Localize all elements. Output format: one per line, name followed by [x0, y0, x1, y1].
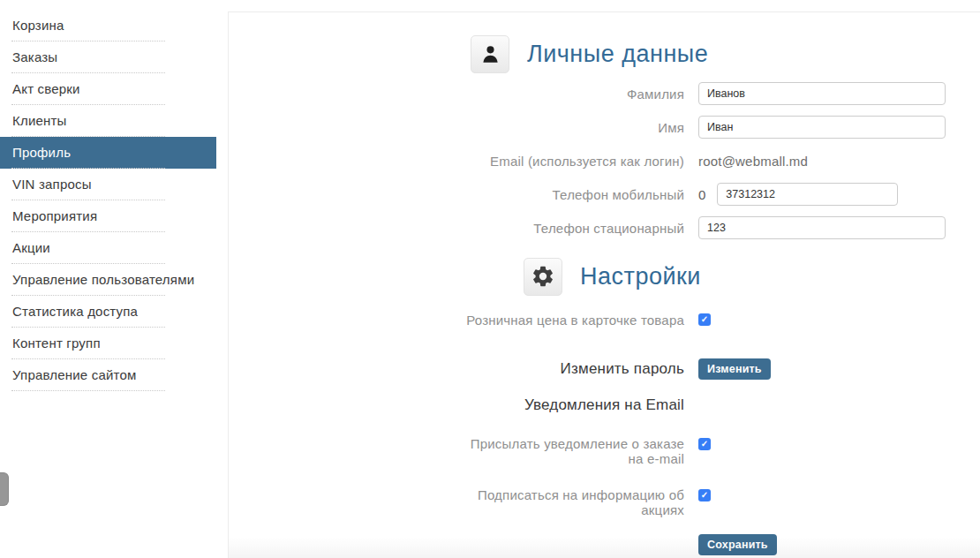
left-edge-handle[interactable]: [0, 472, 9, 506]
email-row: Email (используется как логин) root@webm…: [229, 149, 980, 172]
mobile-phone-row: Телефон мобильный 0: [229, 183, 980, 206]
mobile-phone-input[interactable]: [717, 183, 898, 206]
sidebar-item-label: Профиль: [12, 145, 71, 160]
settings-section: Настройки Розничная цена в карточке това…: [229, 257, 980, 556]
sidebar-item-label: Акт сверки: [12, 81, 80, 96]
email-value: root@webmall.md: [698, 154, 808, 169]
mobile-phone-prefix: 0: [698, 187, 705, 202]
first-name-label: Имя: [229, 120, 698, 135]
sidebar-menu: Корзина Заказы Акт сверки Клиенты Профил…: [0, 0, 228, 391]
email-notifications-heading-row: Уведомления на Email: [229, 394, 980, 417]
sidebar-item-label: Контент групп: [12, 336, 101, 351]
sidebar-item[interactable]: VIN запросы: [0, 169, 216, 200]
change-password-button[interactable]: Изменить: [698, 358, 771, 380]
sidebar-item[interactable]: Акции: [0, 232, 216, 264]
save-button[interactable]: Сохранить: [698, 534, 777, 555]
last-name-row: Фамилия: [229, 82, 980, 105]
sidebar-item-label: Управление сайтом: [12, 367, 137, 382]
sidebar-item[interactable]: Заказы: [0, 41, 216, 73]
first-name-input[interactable]: [698, 116, 946, 139]
sidebar-item[interactable]: Управление пользователями: [0, 264, 216, 296]
sidebar-item-label: Управление пользователями: [12, 272, 194, 287]
personal-data-section: Личные данные Фамилия Имя Email (использ…: [229, 34, 980, 239]
first-name-row: Имя: [229, 116, 980, 139]
landline-phone-label: Телефон стационарный: [229, 221, 698, 236]
last-name-input[interactable]: [698, 82, 946, 105]
sidebar: Корзина Заказы Акт сверки Клиенты Профил…: [0, 0, 228, 558]
change-password-label: Изменить пароль: [229, 360, 698, 378]
retail-price-row: Розничная цена в карточке товара: [229, 308, 980, 331]
email-notifications-heading: Уведомления на Email: [229, 396, 698, 414]
promo-subscription-checkbox[interactable]: [698, 489, 711, 501]
sidebar-item-label: Статистика доступа: [12, 304, 138, 319]
save-row: Сохранить: [229, 533, 980, 556]
sidebar-item[interactable]: Статистика доступа: [0, 296, 216, 328]
email-label: Email (используется как логин): [229, 154, 698, 169]
content-panel: Личные данные Фамилия Имя Email (использ…: [228, 11, 980, 558]
mobile-phone-label: Телефон мобильный: [229, 187, 698, 202]
sidebar-item[interactable]: Профиль: [0, 137, 216, 169]
sidebar-item-label: Акции: [12, 240, 50, 255]
retail-price-label: Розничная цена в карточке товара: [229, 313, 698, 328]
settings-title: Настройки: [580, 263, 701, 290]
sidebar-item[interactable]: Корзина: [0, 10, 216, 41]
gear-icon: [524, 258, 562, 296]
settings-header: Настройки: [524, 257, 980, 296]
sidebar-item-label: Клиенты: [12, 113, 67, 128]
order-notification-checkbox[interactable]: [698, 438, 711, 450]
person-icon: [471, 35, 509, 73]
sidebar-item[interactable]: Акт сверки: [0, 73, 216, 105]
sidebar-item-label: Мероприятия: [12, 208, 97, 223]
personal-data-header: Личные данные: [471, 34, 980, 73]
sidebar-item-label: Корзина: [12, 18, 64, 33]
promo-subscription-label: Подписаться на информацию об акциях: [229, 487, 698, 517]
sidebar-item[interactable]: Контент групп: [0, 328, 216, 359]
sidebar-item[interactable]: Мероприятия: [0, 200, 216, 232]
promo-subscription-row: Подписаться на информацию об акциях: [229, 487, 980, 517]
order-notification-label: Присылать уведомление о заказе на e-mail: [229, 436, 698, 466]
landline-phone-input[interactable]: [698, 216, 946, 239]
landline-phone-row: Телефон стационарный: [229, 216, 980, 239]
sidebar-item-label: Заказы: [12, 49, 57, 64]
change-password-row: Изменить пароль Изменить: [229, 358, 980, 381]
last-name-label: Фамилия: [229, 87, 698, 102]
sidebar-item[interactable]: Управление сайтом: [0, 359, 216, 391]
sidebar-item[interactable]: Клиенты: [0, 105, 216, 137]
personal-data-title: Личные данные: [527, 41, 708, 68]
retail-price-checkbox[interactable]: [698, 313, 711, 326]
sidebar-item-label: VIN запросы: [12, 177, 92, 192]
order-notification-row: Присылать уведомление о заказе на e-mail: [229, 436, 980, 466]
